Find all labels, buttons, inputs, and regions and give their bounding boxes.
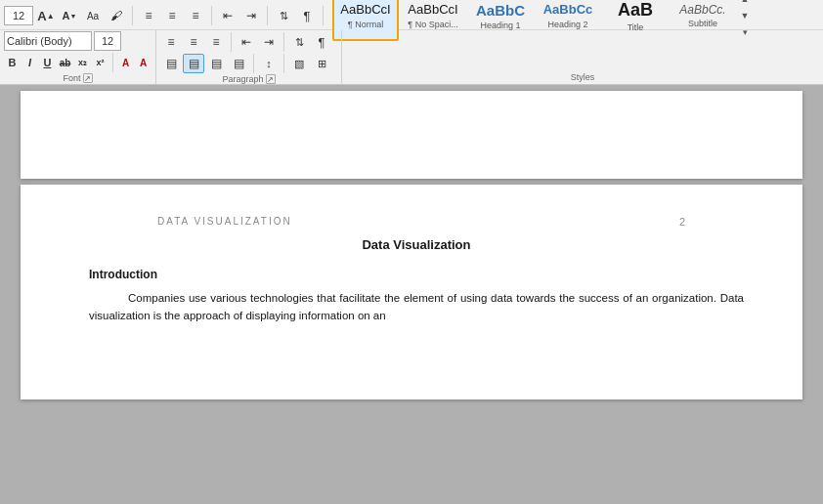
page-1 [21,91,802,179]
subscript-button[interactable]: x₂ [74,53,91,72]
font-label: Font ↗ [4,73,152,83]
align-left-button[interactable]: ▤ [160,54,182,73]
font-row2: B I U ab x₂ x² A A [4,53,152,72]
sep-font [112,53,113,72]
show-marks-button[interactable]: ¶ [311,32,332,52]
paragraph-section: ≡ ≡ ≡ ⇤ ⇥ ⇅ ¶ ▤ ▤ ▤ ▤ ↕ ▧ ⊞ [156,30,342,84]
underline-button[interactable]: U [39,53,56,72]
page-2: DATA VISUALIZATION 2 Data Visualization … [21,185,802,399]
sep1 [132,6,133,25]
format-painter-button[interactable]: 🖌 [106,6,127,25]
numbering-par-button[interactable]: ≡ [183,32,204,52]
intro-heading: Introduction [89,268,744,281]
document-area: DATA VISUALIZATION 2 Data Visualization … [0,85,823,504]
bullets-par-button[interactable]: ≡ [160,32,182,52]
paragraph-1: Companies use various technologies that … [89,289,744,325]
font-size-display: 12 [4,6,33,25]
font-expand-icon[interactable]: ↗ [83,73,93,83]
style-preview-title: AaB [618,0,653,21]
font-name-input[interactable] [4,31,92,51]
style-label-subtitle: Subtitle [688,19,717,28]
style-label-heading2: Heading 2 [547,20,587,29]
sep2 [211,6,212,25]
style-preview-heading2: AaBbCc [543,2,593,19]
header-title: DATA VISUALIZATION [157,216,292,227]
par-row1: ≡ ≡ ≡ ⇤ ⇥ ⇅ ¶ [160,32,337,52]
sort-button[interactable]: ⇅ [273,6,294,25]
align-center-button[interactable]: ▤ [183,54,204,73]
multilevel-par-button[interactable]: ≡ [205,32,227,52]
style-label-heading1: Heading 1 [480,21,520,30]
styles-scroll-up[interactable]: ▲ [737,0,753,6]
decrease-par-indent[interactable]: ⇤ [236,32,257,52]
page-header: DATA VISUALIZATION 2 [89,204,744,228]
sep-par2 [283,32,284,52]
ribbon: 12 A▲ A▼ Aa 🖌 ≡ ≡ ≡ ⇤ ⇥ ⇅ ¶ AaBbCcI¶ Nor… [0,0,823,85]
increase-par-indent[interactable]: ⇥ [258,32,280,52]
style-preview-no-spacing: AaBbCcI [408,2,457,19]
text-highlight-button[interactable]: A [117,53,134,72]
style-preview-subtitle: AaBbCc. [679,3,725,19]
font-controls: B I U ab x₂ x² A A Font ↗ [0,31,155,83]
style-label-no-spacing: ¶ No Spaci... [408,20,457,29]
shading-button[interactable]: ▧ [288,54,310,73]
numbering-button[interactable]: ≡ [161,6,183,25]
change-case-button[interactable]: Aa [82,6,104,25]
strikethrough-button[interactable]: ab [57,53,73,72]
sep-par4 [283,54,284,73]
styles-label: Styles [346,72,819,82]
superscript-button[interactable]: x² [92,53,108,72]
grow-font-button[interactable]: A▲ [35,6,57,25]
borders-button[interactable]: ⊞ [311,54,332,73]
sep3 [267,6,268,25]
bold-button[interactable]: B [4,53,21,72]
show-formatting-button[interactable]: ¶ [296,6,318,25]
style-preview-normal: AaBbCcI [340,2,390,19]
paragraph-label: Paragraph ↗ [160,74,337,84]
bullets-button[interactable]: ≡ [138,6,159,25]
page-number: 2 [679,216,685,228]
sep4 [323,6,324,25]
ribbon-labels-row: B I U ab x₂ x² A A Font ↗ ≡ [0,29,823,84]
font-section: B I U ab x₂ x² A A Font ↗ [0,30,156,84]
increase-indent-button[interactable]: ⇥ [240,6,262,25]
text-color-button[interactable]: A [135,53,152,72]
style-label-normal: ¶ Normal [348,20,383,29]
sep-par1 [231,32,232,52]
italic-button[interactable]: I [22,53,38,72]
line-spacing-button[interactable]: ↕ [258,54,280,73]
multilevel-list-button[interactable]: ≡ [185,6,206,25]
ribbon-top-row: 12 A▲ A▼ Aa 🖌 ≡ ≡ ≡ ⇤ ⇥ ⇅ ¶ AaBbCcI¶ Nor… [0,2,823,29]
sort-par-button[interactable]: ⇅ [288,32,310,52]
decrease-indent-button[interactable]: ⇤ [217,6,238,25]
styles-scroll-down[interactable]: ▼ [737,9,753,22]
doc-title: Data Visualization [89,237,744,252]
font-row1 [4,31,152,51]
align-justify-button[interactable]: ▤ [228,54,249,73]
styles-label-area: Styles [342,30,823,84]
par-row2: ▤ ▤ ▤ ▤ ↕ ▧ ⊞ [160,54,337,73]
align-right-button[interactable]: ▤ [205,54,227,73]
sep-par3 [253,54,254,73]
paragraph-expand-icon[interactable]: ↗ [266,74,276,84]
style-preview-heading1: AaBbC [476,1,525,21]
shrink-font-button[interactable]: A▼ [59,6,80,25]
font-size-input[interactable] [94,31,121,51]
